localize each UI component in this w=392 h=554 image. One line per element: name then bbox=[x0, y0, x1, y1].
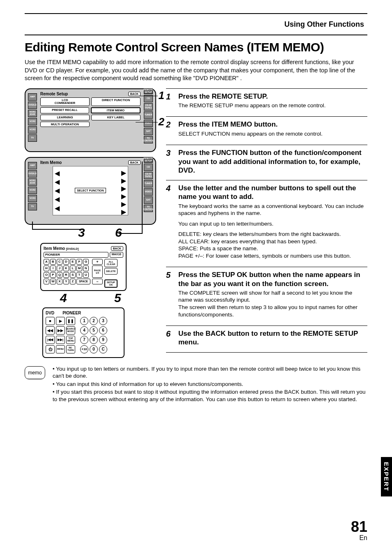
arrow-left-icon: ◀ bbox=[55, 178, 60, 186]
instruction-step: 3Press the FUNCTION button of the functi… bbox=[166, 145, 367, 180]
letter-key: V bbox=[44, 279, 49, 284]
function-tab: TV bbox=[28, 203, 37, 210]
page-number: 81 En bbox=[351, 519, 367, 542]
callout-6: 6 bbox=[115, 226, 122, 240]
num-3: 3 bbox=[99, 317, 107, 325]
stop-icon: ■ bbox=[46, 317, 55, 325]
power-icon: ⏻ bbox=[46, 345, 55, 353]
setup-ok-button: SETUP OK bbox=[104, 279, 118, 288]
letter-key: E bbox=[70, 259, 76, 265]
callout-5: 5 bbox=[114, 291, 121, 305]
item-memo-button: ITEM MEMO bbox=[91, 107, 141, 114]
function-tab: DVD/LD bbox=[28, 170, 37, 178]
screen-title: Item Memo bbox=[40, 160, 62, 165]
num-9: 9 bbox=[99, 336, 107, 344]
step-number: 4 bbox=[166, 184, 174, 263]
memo-item: You input up to ten letters or numbers. … bbox=[53, 365, 367, 380]
num-6: 6 bbox=[99, 326, 107, 335]
arrow-left-icon: ◀ bbox=[55, 187, 60, 194]
pause-icon: ❚❚ bbox=[66, 317, 75, 325]
search-mode-button: SEARCH MODE bbox=[66, 326, 75, 335]
screen-title: Remote Setup bbox=[40, 92, 68, 96]
chapter-tab: EXPERT bbox=[381, 457, 392, 496]
arrow-right-icon: ▶ bbox=[121, 200, 126, 208]
prev-track-icon: |◀◀ bbox=[46, 336, 55, 344]
steps-column: 1Press the REMOTE SETUP.The REMOTE SETUP… bbox=[166, 88, 367, 358]
step-title: Use the BACK button to return to the REM… bbox=[178, 329, 367, 347]
letter-key: Q bbox=[57, 272, 62, 278]
fastforward-icon: ▶▶ bbox=[56, 326, 65, 335]
section-title: Using Other Functions bbox=[284, 20, 364, 29]
memo-item: You can input this kind of information f… bbox=[53, 381, 367, 388]
instruction-step: 6Use the BACK button to return to the RE… bbox=[166, 325, 367, 353]
letter-key: G bbox=[83, 259, 89, 265]
callout-1: 1 bbox=[159, 89, 164, 102]
step-number: 6 bbox=[166, 329, 174, 348]
return-button: RE- TURN bbox=[66, 345, 75, 353]
item-memo-screen: AMPDVD/LDVCR1 /DVRVCR2VCR3TV REMOTE SETU… bbox=[25, 157, 156, 225]
function-tab: SAT bbox=[144, 128, 153, 135]
letter-key: C bbox=[57, 259, 62, 265]
instruction-step: 2Press the ITEM MEMO button.SELECT FUNCT… bbox=[166, 116, 367, 145]
back-button: BACK bbox=[128, 160, 141, 165]
arrow-right-icon: ▶ bbox=[121, 192, 126, 200]
page-title: Editing Remote Control Screen Names (ITE… bbox=[25, 40, 367, 54]
letter-key: I bbox=[50, 265, 56, 271]
kb-subtitle: [DVD/LD] bbox=[66, 247, 79, 250]
step-number: 2 bbox=[166, 120, 174, 141]
intro-text: Use the ITEM MEMO capability to add more… bbox=[25, 58, 367, 83]
arrow-left-icon: ◀ bbox=[55, 169, 60, 177]
letter-key: R bbox=[63, 272, 69, 278]
function-tab: CD-R/ TAPE1 bbox=[144, 172, 153, 179]
step-number: 5 bbox=[166, 270, 174, 321]
step-body: SELECT FUNCTION menu appears on the remo… bbox=[178, 130, 367, 138]
arrow-right-icon: ▶ bbox=[121, 208, 126, 216]
space-key: SPACE bbox=[76, 279, 90, 284]
step-title: Press the SETUP OK button when the name … bbox=[178, 270, 367, 288]
instruction-step: 1Press the REMOTE SETUP.The REMOTE SETUP… bbox=[166, 88, 367, 117]
letter-key: T bbox=[76, 272, 82, 278]
learning-button: LEARNING bbox=[40, 115, 90, 120]
memo-icon: memo bbox=[25, 366, 45, 379]
section-header: Using Other Functions bbox=[25, 13, 367, 35]
letter-key: H bbox=[44, 265, 49, 271]
callout-3: 3 bbox=[78, 226, 85, 240]
letter-key: M bbox=[76, 265, 82, 271]
back-button: BACK bbox=[111, 246, 123, 251]
letter-key: Y bbox=[63, 279, 69, 284]
memo-item: If you start this process but want to st… bbox=[53, 388, 367, 403]
function-tab: TV CONTROL bbox=[144, 205, 153, 212]
multi-operation-button: MULTI OPERATION bbox=[40, 122, 90, 127]
step-title: Use the letter and the number buttons to… bbox=[178, 184, 367, 201]
letter-key: F bbox=[76, 259, 82, 265]
function-tab: VCR1 /DVR bbox=[28, 110, 37, 117]
letter-key: N bbox=[83, 265, 89, 271]
function-tab: TV CONTROL bbox=[144, 136, 153, 143]
num-1: 1 bbox=[80, 317, 88, 325]
arrow-left-icon: ◀ bbox=[55, 204, 60, 212]
num-5: 5 bbox=[90, 326, 98, 335]
diagram-column: AMPDVD/LDVCR1 /DVRVCR2VCR3TV REMOTE SETU… bbox=[25, 88, 156, 358]
letter-key: X bbox=[57, 279, 62, 284]
function-tab: DVD/LD bbox=[28, 102, 37, 109]
preset-recall-button: PRESET RECALL bbox=[40, 107, 89, 114]
letter-key: P bbox=[50, 272, 56, 278]
kb-title: Item Memo bbox=[44, 246, 65, 251]
clear-button: C bbox=[99, 345, 107, 353]
callout-2: 2 bbox=[159, 115, 164, 128]
plus-button: + bbox=[92, 259, 103, 265]
arrow-right-icon: ▶ bbox=[121, 185, 126, 192]
delete-button: DELETE bbox=[104, 268, 118, 275]
function-tab: AMP bbox=[28, 93, 37, 101]
function-tab: VCR3 bbox=[28, 126, 37, 134]
letter-key: Z bbox=[70, 279, 76, 284]
rewind-icon: ◀◀ bbox=[46, 326, 55, 335]
arrow-right-icon: ▶ bbox=[121, 169, 126, 177]
memo-section: memo You input up to ten letters or numb… bbox=[25, 365, 367, 404]
arrow-right-icon: ▶ bbox=[121, 177, 126, 185]
letter-key: U bbox=[83, 272, 89, 278]
lcd-commander-button: LCD COMMANDER bbox=[40, 97, 90, 106]
step-title: Press the REMOTE SETUP. bbox=[178, 92, 367, 101]
instruction-step: 4Use the letter and the number buttons t… bbox=[166, 180, 367, 267]
minus-button: – bbox=[92, 279, 103, 284]
